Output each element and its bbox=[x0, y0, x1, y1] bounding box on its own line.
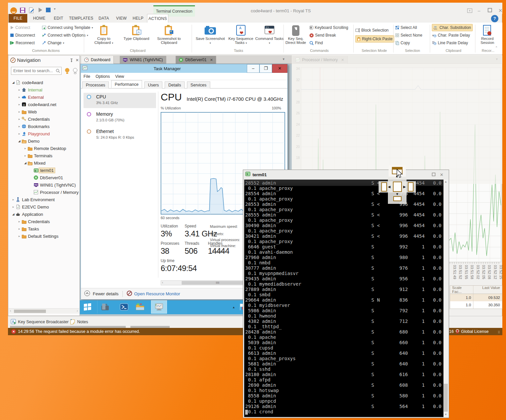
stop-icon[interactable] bbox=[45, 7, 51, 14]
char-paste-delay-button[interactable]: AChar. Paste Delay bbox=[432, 32, 470, 39]
tree-item-web[interactable]: ▸Web bbox=[9, 108, 79, 115]
dock-bottom-button[interactable] bbox=[393, 196, 402, 201]
tab-dbserver01[interactable]: DbServer01✕ bbox=[176, 56, 216, 64]
tree-item-application[interactable]: ◢Application bbox=[9, 210, 79, 218]
char-substitution-button[interactable]: ABACChar. Substitution bbox=[432, 24, 473, 31]
screenshot-to-clipboard-button[interactable]: Screenshot to Clipboard bbox=[154, 24, 184, 48]
tm-sidebar-ethernet[interactable]: Ethernet S: 24.0 Kbps R: 0 Kbps bbox=[84, 127, 156, 143]
tm-tab-services[interactable]: Services bbox=[187, 81, 210, 88]
tm-title-bar[interactable]: Task Manager – ❐ ✕ bbox=[81, 64, 287, 73]
tree-expander-icon[interactable]: ◢ bbox=[11, 212, 16, 216]
tab-win81[interactable]: VNCWIN81 (TightVNC) bbox=[120, 56, 166, 64]
tab-actions[interactable]: ACTIONS bbox=[147, 14, 168, 23]
tab-templates[interactable]: TEMPLATES bbox=[69, 14, 94, 23]
tree-expander-icon[interactable]: ▸ bbox=[11, 198, 16, 201]
tree-expander-icon[interactable]: ▸ bbox=[17, 88, 22, 91]
tree-item-dbserver01[interactable]: DbServer01 bbox=[9, 174, 79, 181]
tree-expander-icon[interactable]: ▸ bbox=[17, 220, 22, 223]
legend-row-processor[interactable]: 1.009.532 bbox=[450, 294, 502, 301]
tree-expander-icon[interactable]: ▸ bbox=[17, 234, 22, 238]
edit-document-icon[interactable] bbox=[28, 7, 35, 14]
connect-button[interactable]: Connect bbox=[10, 24, 30, 31]
tree-item-code4ward[interactable]: ◢code4ward bbox=[9, 79, 79, 86]
close-button[interactable]: ✕ bbox=[498, 8, 503, 14]
tree-item-remote-desktop[interactable]: ▸Remote Desktop bbox=[9, 145, 79, 152]
tree-item-demo[interactable]: ◢Demo bbox=[9, 137, 79, 145]
save-screenshot-button[interactable]: Save Screenshot ▾ bbox=[195, 24, 226, 48]
tree-expander-icon[interactable]: ▸ bbox=[23, 147, 28, 150]
tree-expander-icon[interactable]: ◢ bbox=[17, 139, 22, 143]
tree-expander-icon[interactable]: ◢ bbox=[11, 81, 16, 84]
tm-tab-details[interactable]: Details bbox=[165, 81, 185, 88]
change-button[interactable]: Change▾ bbox=[42, 39, 64, 47]
pin-icon[interactable] bbox=[70, 58, 74, 64]
tm-tab-users[interactable]: Users bbox=[144, 81, 163, 88]
legend-row-memory[interactable]: 1.030.350 bbox=[450, 301, 502, 309]
dock-center-button[interactable] bbox=[393, 182, 402, 192]
dock-right-button[interactable] bbox=[408, 182, 414, 192]
tree-expander-icon[interactable]: ▸ bbox=[17, 227, 22, 230]
open-resource-monitor-link[interactable]: Open Resource Monitor bbox=[134, 291, 180, 296]
copy-button[interactable]: Copy bbox=[395, 39, 410, 47]
command-tasks-button[interactable]: C:\Command Tasks ▾ bbox=[254, 24, 285, 48]
minimize-button[interactable]: – bbox=[478, 8, 480, 13]
type-clipboard-button[interactable]: AType Clipboard bbox=[121, 24, 152, 48]
tab-notes[interactable]: Notes bbox=[77, 320, 88, 324]
tab-list-dropdown-icon[interactable]: ▼ bbox=[282, 58, 285, 61]
key-seq-direct-mode-button[interactable]: Key Seq. Direct Mode bbox=[285, 24, 306, 48]
ribbon-display-icon[interactable] bbox=[467, 8, 472, 14]
dock-left-button[interactable] bbox=[381, 182, 387, 192]
tree-item-mixed[interactable]: ◢Mixed bbox=[9, 159, 79, 167]
tree-item-code4ward-net[interactable]: ▸{}code4ward.net bbox=[9, 101, 79, 108]
app-logo-icon[interactable] bbox=[10, 7, 17, 14]
term-screen[interactable]: 28552 admin S < 996 4454 0.0 0.1 apache_… bbox=[244, 180, 444, 417]
qat-dropdown-icon[interactable]: ▾ bbox=[54, 7, 56, 14]
tree-expander-icon[interactable]: ▸ bbox=[11, 205, 16, 209]
tree-expander-icon[interactable]: ▸ bbox=[17, 117, 22, 121]
disconnect-button[interactable]: Disconnect bbox=[10, 32, 35, 39]
tree-expander-icon[interactable]: ▸ bbox=[17, 110, 22, 113]
tab-help[interactable]: HELP bbox=[130, 14, 146, 23]
taskbar-chevron-icon[interactable]: ▲ bbox=[232, 306, 235, 309]
term-scrollbar[interactable]: ▲ ▼ bbox=[443, 180, 448, 417]
tree-expander-icon[interactable]: ▸ bbox=[17, 125, 22, 128]
file-explorer-icon[interactable] bbox=[132, 300, 148, 314]
tree-item-external[interactable]: ▸External bbox=[9, 93, 79, 101]
tm-minimize-button[interactable]: – bbox=[247, 64, 259, 73]
connect-using-template-button[interactable]: Connect using Template▾ bbox=[42, 24, 93, 31]
tree-item-tasks[interactable]: ▸Tasks bbox=[9, 225, 79, 232]
tree-expander-icon[interactable]: ◢ bbox=[23, 161, 28, 165]
fewer-details-button[interactable]: Fewer details bbox=[93, 291, 118, 296]
performance-app-icon[interactable] bbox=[151, 300, 167, 314]
tm-tab-performance[interactable]: Performance bbox=[111, 80, 142, 88]
tree-item-processor-memory[interactable]: Processor / Memory bbox=[9, 189, 79, 196]
tm-menu-options[interactable]: Options bbox=[93, 74, 112, 79]
tree-item-playground[interactable]: ▸Playground bbox=[9, 130, 79, 137]
tree-item-credentials[interactable]: ▸Credentials bbox=[9, 218, 79, 225]
tree-item-lab-environment[interactable]: ▸Lab Environment bbox=[9, 196, 79, 203]
keyboard-scrolling-button[interactable]: Keyboard Scrolling bbox=[309, 24, 348, 31]
reconnect-button[interactable]: Reconnect bbox=[10, 39, 35, 47]
select-all-button[interactable]: Select All bbox=[395, 24, 417, 31]
tree-item-default-settings[interactable]: ▸Default Settings bbox=[9, 232, 79, 240]
tree-expander-icon[interactable]: ▸ bbox=[17, 95, 22, 99]
line-paste-delay-button[interactable]: Line Paste Delay bbox=[432, 39, 468, 47]
nav-hscrollbar[interactable]: ‹ › bbox=[9, 308, 79, 314]
tab-data[interactable]: DATA bbox=[96, 14, 112, 23]
tm-menu-file[interactable]: File bbox=[81, 74, 93, 79]
tree-item-credentials[interactable]: ▸Credentials bbox=[9, 115, 79, 123]
term-close-icon[interactable]: ✕ bbox=[440, 172, 443, 177]
send-break-button[interactable]: Send Break bbox=[309, 32, 336, 39]
tree-item-win81-tightvnc-[interactable]: VNCWIN81 (TightVNC) bbox=[9, 181, 79, 189]
save-icon[interactable] bbox=[19, 7, 26, 14]
maximize-button[interactable] bbox=[488, 8, 492, 14]
tab-home[interactable]: HOME bbox=[30, 14, 49, 23]
tree-item-internal[interactable]: ▸Internal bbox=[9, 86, 79, 93]
tree-item-e2evc-demo[interactable]: ▸E2EVC Demo bbox=[9, 203, 79, 210]
help-button[interactable]: ? bbox=[491, 15, 498, 22]
tab-edit[interactable]: EDIT bbox=[51, 14, 67, 23]
tree-expander-icon[interactable]: ▸ bbox=[17, 103, 22, 106]
tm-restore-button[interactable]: ❐ bbox=[259, 64, 272, 73]
tab-dashboard[interactable]: Dashboard bbox=[81, 56, 114, 64]
tab-key-sequence-broadcaster[interactable]: Key Sequence Broadcaster bbox=[18, 320, 69, 324]
